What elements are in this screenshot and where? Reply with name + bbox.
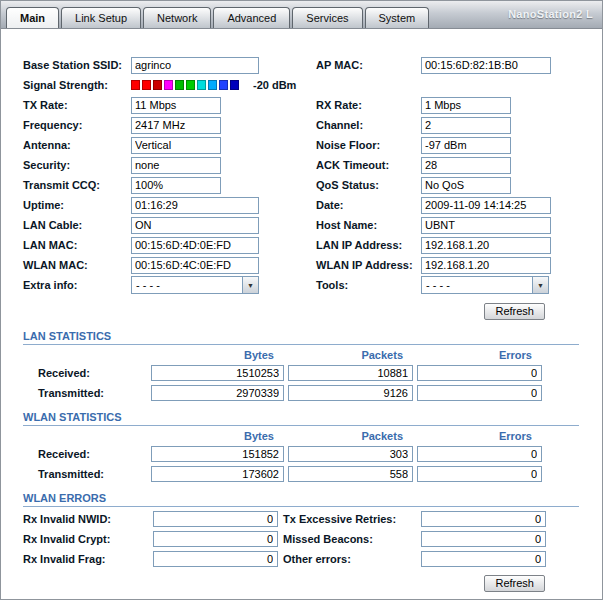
base-station-ssid-field[interactable] [131, 57, 259, 74]
ap-mac-field[interactable] [421, 57, 551, 74]
column-header-bytes: Bytes [151, 430, 284, 442]
missed-beacons-field[interactable] [421, 531, 546, 547]
ap-mac-label: AP MAC: [316, 59, 421, 71]
lan-statistics-header: Bytes Packets Errors [23, 349, 579, 361]
lan-transmitted-packets-field[interactable] [288, 385, 413, 401]
tab-bar: Main Link Setup Network Advanced Service… [1, 1, 602, 29]
wlan-mac-field[interactable] [131, 257, 259, 274]
rx-invalid-crypt-label: Rx Invalid Crypt: [23, 533, 153, 545]
tx-rate-label: TX Rate: [23, 99, 131, 111]
date-field[interactable] [421, 197, 551, 214]
brand-label: NanoStation2 L [508, 8, 593, 20]
ack-timeout-label: ACK Timeout: [316, 159, 421, 171]
status-row: Antenna: Noise Floor: [23, 135, 602, 155]
lan-transmitted-errors-field[interactable] [417, 385, 542, 401]
table-row: Rx Invalid Crypt: Missed Beacons: [23, 531, 579, 547]
lan-cable-field[interactable] [131, 217, 259, 234]
column-header-errors: Errors [417, 430, 542, 442]
column-header-packets: Packets [288, 349, 413, 361]
lan-received-packets-field[interactable] [288, 365, 413, 381]
extra-info-select[interactable]: - - - - ▼ [131, 276, 259, 294]
host-name-field[interactable] [421, 217, 551, 234]
tab-network[interactable]: Network [143, 7, 211, 28]
lan-statistics-title: LAN STATISTICS [23, 330, 579, 345]
ack-timeout-field[interactable] [421, 157, 511, 174]
wlan-transmitted-packets-field[interactable] [288, 466, 413, 482]
received-label: Received: [23, 448, 151, 460]
lan-mac-field[interactable] [131, 237, 259, 254]
transmit-ccq-field[interactable] [131, 177, 221, 194]
column-header-errors: Errors [417, 349, 542, 361]
tab-services[interactable]: Services [292, 7, 362, 28]
frequency-label: Frequency: [23, 119, 131, 131]
channel-field[interactable] [421, 117, 511, 134]
lan-mac-label: LAN MAC: [23, 239, 131, 251]
status-row: LAN Cable: Host Name: [23, 215, 602, 235]
signal-strength-label: Signal Strength: [23, 79, 131, 91]
frequency-field[interactable] [131, 117, 221, 134]
tools-label: Tools: [316, 279, 421, 291]
tab-link-setup[interactable]: Link Setup [61, 7, 141, 28]
refresh-button-bottom[interactable]: Refresh [484, 575, 545, 592]
lan-statistics-section: LAN STATISTICS Bytes Packets Errors Rece… [23, 330, 579, 401]
other-errors-field[interactable] [421, 551, 546, 567]
lan-received-errors-field[interactable] [417, 365, 542, 381]
lan-received-bytes-field[interactable] [151, 365, 284, 381]
wlan-ip-field[interactable] [421, 257, 551, 274]
status-row: Transmit CCQ: QoS Status: [23, 175, 602, 195]
refresh-row-top: Refresh [1, 303, 602, 320]
signal-segment [142, 80, 151, 90]
lan-transmitted-bytes-field[interactable] [151, 385, 284, 401]
tab-advanced[interactable]: Advanced [213, 7, 290, 28]
date-label: Date: [316, 199, 421, 211]
table-row: Transmitted: [23, 466, 579, 482]
table-row: Rx Invalid NWID: Tx Excessive Retries: [23, 511, 579, 527]
other-errors-label: Other errors: [283, 553, 421, 565]
uptime-field[interactable] [131, 197, 259, 214]
transmit-ccq-label: Transmit CCQ: [23, 179, 131, 191]
signal-segment [153, 80, 162, 90]
refresh-button-top[interactable]: Refresh [484, 303, 545, 320]
table-row: Rx Invalid Frag: Other errors: [23, 551, 579, 567]
rx-invalid-nwid-field[interactable] [153, 511, 278, 527]
tab-system[interactable]: System [365, 7, 430, 28]
tab-main[interactable]: Main [6, 7, 59, 28]
rx-invalid-frag-field[interactable] [153, 551, 278, 567]
wlan-errors-title: WLAN ERRORS [23, 492, 579, 507]
rx-invalid-nwid-label: Rx Invalid NWID: [23, 513, 153, 525]
wlan-ip-label: WLAN IP Address: [316, 259, 421, 271]
status-row: Security: ACK Timeout: [23, 155, 602, 175]
tx-rate-field[interactable] [131, 97, 221, 114]
wlan-transmitted-bytes-field[interactable] [151, 466, 284, 482]
wlan-received-packets-field[interactable] [288, 446, 413, 462]
lan-ip-field[interactable] [421, 237, 551, 254]
noise-floor-field[interactable] [421, 137, 511, 154]
wlan-received-errors-field[interactable] [417, 446, 542, 462]
tools-select[interactable]: - - - - ▼ [421, 276, 549, 294]
signal-segment [230, 80, 239, 90]
signal-strength-bar [131, 80, 239, 90]
table-row: Received: [23, 446, 579, 462]
antenna-field[interactable] [131, 137, 221, 154]
base-station-ssid-label: Base Station SSID: [23, 59, 131, 71]
signal-segment [208, 80, 217, 90]
extra-info-selected-value: - - - - [132, 279, 160, 291]
rx-invalid-crypt-field[interactable] [153, 531, 278, 547]
column-header-packets: Packets [288, 430, 413, 442]
qos-status-label: QoS Status: [316, 179, 421, 191]
signal-segment [197, 80, 206, 90]
wlan-received-bytes-field[interactable] [151, 446, 284, 462]
column-header-bytes: Bytes [151, 349, 284, 361]
rx-rate-label: RX Rate: [316, 99, 421, 111]
security-field[interactable] [131, 157, 221, 174]
extra-info-label: Extra info: [23, 279, 131, 291]
host-name-label: Host Name: [316, 219, 421, 231]
tx-excessive-retries-label: Tx Excessive Retries: [283, 513, 421, 525]
qos-status-field[interactable] [421, 177, 511, 194]
uptime-label: Uptime: [23, 199, 131, 211]
wlan-transmitted-errors-field[interactable] [417, 466, 542, 482]
signal-segment [186, 80, 195, 90]
rx-rate-field[interactable] [421, 97, 511, 114]
tx-excessive-retries-field[interactable] [421, 511, 546, 527]
signal-segment [219, 80, 228, 90]
